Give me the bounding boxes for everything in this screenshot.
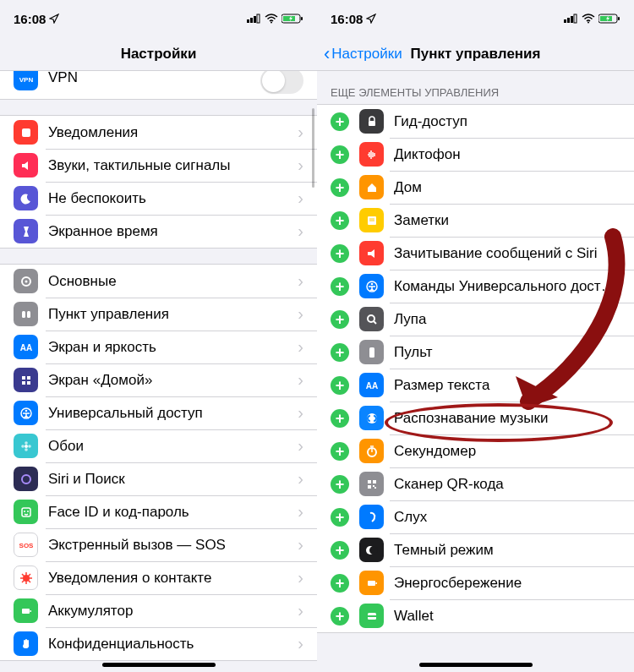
settings-row[interactable]: Уведомления о контакте› (0, 561, 317, 594)
svg-text:AA: AA (19, 343, 31, 352)
chevron-right-icon: › (298, 221, 303, 241)
svg-rect-45 (600, 16, 612, 21)
svg-rect-67 (368, 581, 375, 586)
add-button[interactable]: + (331, 541, 349, 560)
svg-rect-1 (250, 18, 253, 23)
add-button[interactable]: + (331, 211, 349, 230)
svg-point-22 (25, 441, 28, 445)
settings-row[interactable]: Face ID и код-пароль› (0, 495, 317, 528)
signal-icon (247, 14, 261, 24)
add-button[interactable]: + (331, 409, 349, 428)
row-label: Siri и Поиск (48, 471, 298, 488)
svg-point-28 (24, 511, 25, 512)
row-label: Звуки, тактильные сигналы (48, 157, 298, 174)
add-button[interactable]: + (331, 607, 349, 626)
home-icon (359, 175, 384, 199)
signal-icon (564, 14, 578, 24)
back-label: Настройки (331, 46, 402, 63)
row-label: Пункт управления (48, 306, 298, 323)
control-row[interactable]: +Дом (317, 171, 634, 204)
add-button[interactable]: + (331, 244, 349, 263)
add-button[interactable]: + (331, 145, 349, 164)
svg-rect-13 (27, 311, 30, 318)
row-label: Экран и яркость (48, 339, 298, 356)
svg-point-24 (21, 445, 25, 448)
add-button[interactable]: + (331, 310, 349, 329)
settings-row[interactable]: Конфиденциальность› (0, 627, 317, 660)
settings-row[interactable]: Не беспокоить› (0, 182, 317, 215)
cc-icon (14, 302, 38, 326)
control-row[interactable]: +Пульт (317, 336, 634, 369)
svg-rect-39 (567, 18, 570, 23)
chevron-right-icon: › (298, 502, 303, 522)
chevron-left-icon: ‹ (324, 45, 330, 63)
add-button[interactable]: + (331, 442, 349, 461)
settings-row[interactable]: Основные› (0, 265, 317, 298)
chevron-right-icon: › (298, 436, 303, 456)
control-row[interactable]: +Заметки (317, 204, 634, 237)
control-row[interactable]: +AAРазмер текста (317, 369, 634, 402)
control-center-screen: 16:08 ‹ Настройки Пункт управления ЕЩЕ Э… (317, 0, 634, 672)
row-vpn[interactable]: VPN VPN (0, 71, 317, 100)
acc-icon (14, 401, 38, 425)
control-row[interactable]: +Диктофон (317, 138, 634, 171)
row-label: Диктофон (394, 146, 620, 163)
control-row[interactable]: +Гид-доступ (317, 105, 634, 138)
add-button[interactable]: + (331, 574, 349, 593)
note-icon (359, 208, 384, 232)
settings-row[interactable]: Обои› (0, 429, 317, 462)
back-button[interactable]: ‹ Настройки (324, 45, 402, 63)
row-label: Секундомер (394, 443, 620, 460)
add-button[interactable]: + (331, 508, 349, 527)
control-row[interactable]: +Распознавание музыки (317, 402, 634, 434)
settings-row[interactable]: Уведомления› (0, 116, 317, 149)
chevron-right-icon: › (298, 403, 303, 423)
sos-icon: SOS (14, 533, 38, 557)
vpn-switch[interactable] (260, 71, 303, 94)
svg-rect-41 (574, 14, 577, 23)
settings-row[interactable]: Пункт управления› (0, 298, 317, 331)
settings-row[interactable]: SOSЭкстренный вызов — SOS› (0, 528, 317, 561)
settings-row[interactable]: Аккумулятор› (0, 594, 317, 627)
settings-row[interactable]: Экранное время› (0, 215, 317, 248)
settings-row[interactable]: Экран «Домой»› (0, 363, 317, 396)
settings-row[interactable]: AAЭкран и яркость› (0, 331, 317, 363)
add-button[interactable]: + (331, 277, 349, 296)
svg-rect-7 (283, 16, 295, 21)
svg-point-42 (588, 22, 589, 24)
mag-icon (359, 307, 384, 331)
control-row[interactable]: +Сканер QR-кода (317, 467, 634, 500)
row-label: Экстренный вызов — SOS (48, 537, 298, 554)
add-button[interactable]: + (331, 475, 349, 494)
stop-icon (359, 439, 384, 463)
control-row[interactable]: +Лупа (317, 303, 634, 336)
svg-text:AA: AA (365, 381, 377, 391)
row-label: Заметки (394, 212, 620, 229)
control-row[interactable]: +Зачитывание сообщений с Siri (317, 237, 634, 270)
hour-icon (14, 219, 38, 243)
ann-icon (359, 241, 384, 265)
row-label: Сканер QR-кода (394, 476, 620, 493)
row-label: Экранное время (48, 223, 298, 240)
add-button[interactable]: + (331, 178, 349, 197)
status-bar: 16:08 (0, 0, 317, 37)
svg-point-52 (368, 315, 374, 322)
chevron-right-icon: › (298, 188, 303, 208)
control-row[interactable]: +Темный режим (317, 533, 634, 566)
chevron-right-icon: › (298, 568, 303, 587)
control-row[interactable]: +Команды Универсального доступа (317, 270, 634, 303)
settings-row[interactable]: Универсальный доступ› (0, 396, 317, 429)
row-label: Face ID и код-пароль (48, 504, 298, 521)
control-row[interactable]: +Слух (317, 500, 634, 533)
svg-text:SOS: SOS (19, 542, 33, 549)
settings-row[interactable]: Siri и Поиск› (0, 462, 317, 495)
settings-row[interactable]: Звуки, тактильные сигналы› (0, 149, 317, 182)
control-row[interactable]: +Wallet (317, 599, 634, 632)
svg-rect-12 (22, 311, 25, 318)
svg-rect-62 (368, 485, 371, 489)
control-row[interactable]: +Секундомер (317, 434, 634, 467)
add-button[interactable]: + (331, 376, 349, 395)
add-button[interactable]: + (331, 343, 349, 362)
add-button[interactable]: + (331, 112, 349, 131)
control-row[interactable]: +Энергосбережение (317, 566, 634, 599)
